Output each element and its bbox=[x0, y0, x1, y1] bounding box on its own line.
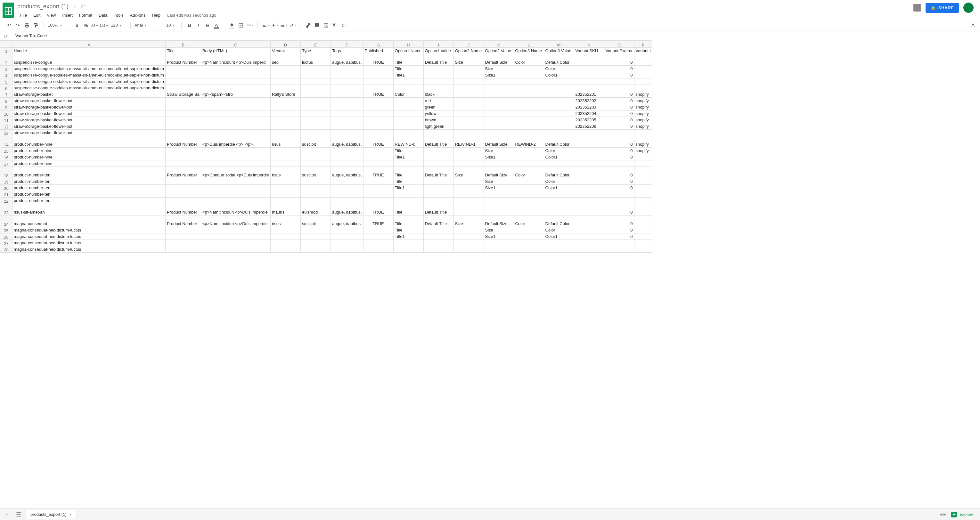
cell[interactable] bbox=[165, 148, 201, 154]
cell[interactable] bbox=[544, 246, 574, 253]
cell[interactable]: TRUE bbox=[363, 204, 393, 215]
cell[interactable]: 0 bbox=[604, 185, 634, 191]
cell[interactable]: Default Title bbox=[423, 215, 453, 227]
all-sheets-icon[interactable]: ☰ bbox=[14, 510, 23, 519]
cell[interactable] bbox=[484, 104, 514, 110]
menu-help[interactable]: Help bbox=[149, 11, 163, 19]
cell[interactable] bbox=[574, 227, 604, 234]
cell[interactable] bbox=[453, 66, 484, 72]
cell[interactable] bbox=[514, 185, 544, 191]
cell[interactable] bbox=[301, 72, 331, 78]
cell[interactable] bbox=[484, 204, 514, 215]
col-header-B[interactable]: B bbox=[165, 41, 201, 48]
italic-icon[interactable]: I bbox=[194, 21, 203, 30]
cell[interactable] bbox=[301, 191, 331, 197]
cell[interactable] bbox=[514, 191, 544, 197]
cell[interactable] bbox=[301, 123, 331, 130]
col-header-J[interactable]: J bbox=[453, 41, 484, 48]
cell[interactable]: Product Number bbox=[165, 54, 201, 66]
col-header-H[interactable]: H bbox=[393, 41, 423, 48]
cell[interactable]: REWIND-1 bbox=[453, 136, 484, 148]
filter-icon[interactable]: ▾ bbox=[331, 21, 339, 30]
menu-format[interactable]: Format bbox=[76, 11, 95, 19]
cell[interactable] bbox=[544, 240, 574, 246]
row-header-19[interactable]: 19 bbox=[0, 178, 13, 185]
cell[interactable] bbox=[423, 130, 453, 136]
cell[interactable]: Default Size bbox=[484, 215, 514, 227]
cell[interactable] bbox=[423, 246, 453, 253]
cell[interactable] bbox=[544, 98, 574, 104]
cell[interactable] bbox=[453, 72, 484, 78]
cell[interactable] bbox=[453, 104, 484, 110]
cell[interactable] bbox=[423, 197, 453, 204]
cell[interactable]: Body (HTML) bbox=[201, 48, 270, 54]
cell[interactable]: 202352206 bbox=[574, 123, 604, 130]
cell[interactable] bbox=[484, 110, 514, 117]
cell[interactable] bbox=[270, 185, 301, 191]
cell[interactable] bbox=[514, 227, 544, 234]
cell[interactable]: shopify bbox=[634, 91, 652, 98]
cell[interactable] bbox=[514, 72, 544, 78]
cell[interactable]: REWIND-0 bbox=[393, 136, 423, 148]
cell[interactable] bbox=[544, 197, 574, 204]
cell[interactable] bbox=[270, 148, 301, 154]
cell[interactable] bbox=[331, 78, 363, 85]
cell[interactable] bbox=[453, 110, 484, 117]
cell[interactable] bbox=[363, 161, 393, 167]
cell[interactable] bbox=[301, 110, 331, 117]
cell[interactable]: product-number-ten bbox=[13, 167, 165, 178]
cell[interactable] bbox=[331, 110, 363, 117]
row-header-21[interactable]: 21 bbox=[0, 191, 13, 197]
row-header-18[interactable]: 18 bbox=[0, 167, 13, 178]
borders-icon[interactable] bbox=[236, 21, 245, 30]
cell[interactable] bbox=[634, 240, 652, 246]
cell[interactable] bbox=[165, 110, 201, 117]
cell[interactable]: Option3 Value bbox=[544, 48, 574, 54]
cell[interactable] bbox=[393, 123, 423, 130]
cell[interactable] bbox=[165, 117, 201, 123]
cell[interactable]: Default Title bbox=[423, 136, 453, 148]
cell[interactable]: 0 bbox=[604, 136, 634, 148]
cell[interactable] bbox=[634, 66, 652, 72]
cell[interactable] bbox=[423, 185, 453, 191]
cell[interactable] bbox=[453, 197, 484, 204]
cell[interactable] bbox=[634, 78, 652, 85]
cell[interactable] bbox=[331, 104, 363, 110]
cell[interactable] bbox=[363, 85, 393, 91]
cell[interactable] bbox=[574, 191, 604, 197]
cell[interactable] bbox=[634, 72, 652, 78]
cell[interactable]: TRUE bbox=[363, 54, 393, 66]
cell[interactable]: 0 bbox=[604, 227, 634, 234]
cell[interactable] bbox=[514, 204, 544, 215]
row-header-10[interactable]: 10 bbox=[0, 110, 13, 117]
cell[interactable] bbox=[484, 191, 514, 197]
cell[interactable]: Title1 bbox=[393, 72, 423, 78]
cell[interactable]: 0 bbox=[604, 72, 634, 78]
cell[interactable] bbox=[604, 130, 634, 136]
cell[interactable]: Option1 Value bbox=[423, 48, 453, 54]
cell[interactable]: Title bbox=[393, 178, 423, 185]
cell[interactable] bbox=[514, 130, 544, 136]
col-header-I[interactable]: I bbox=[423, 41, 453, 48]
cell[interactable]: Title1 bbox=[393, 234, 423, 240]
cell[interactable] bbox=[634, 161, 652, 167]
row-header-7[interactable]: 7 bbox=[0, 91, 13, 98]
cell[interactable] bbox=[331, 154, 363, 161]
menu-data[interactable]: Data bbox=[96, 11, 110, 19]
cell[interactable]: suspendisse-congue-sodales-massa-sit-ame… bbox=[13, 78, 165, 85]
cell[interactable] bbox=[165, 154, 201, 161]
row-header-12[interactable]: 12 bbox=[0, 123, 13, 130]
cell[interactable] bbox=[270, 240, 301, 246]
cell[interactable] bbox=[201, 148, 270, 154]
cell[interactable] bbox=[363, 123, 393, 130]
row-header-14[interactable]: 14 bbox=[0, 136, 13, 148]
cell[interactable] bbox=[363, 154, 393, 161]
cell[interactable] bbox=[363, 98, 393, 104]
cell[interactable] bbox=[331, 191, 363, 197]
cell[interactable]: Title1 bbox=[393, 154, 423, 161]
cell[interactable]: Size bbox=[453, 167, 484, 178]
cell[interactable] bbox=[514, 91, 544, 98]
cell[interactable] bbox=[301, 161, 331, 167]
cell[interactable] bbox=[201, 98, 270, 104]
cell[interactable] bbox=[331, 227, 363, 234]
